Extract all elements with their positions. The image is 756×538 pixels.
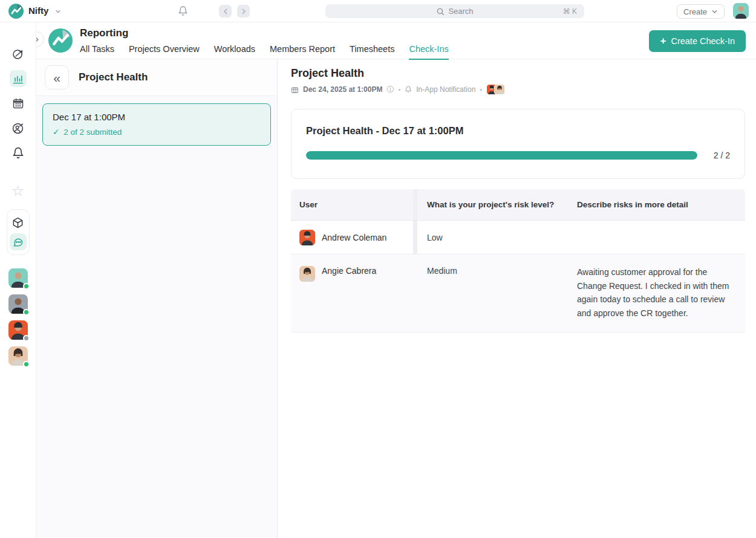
search-icon	[436, 7, 445, 16]
search-shortcut-hint: ⌘ K	[563, 7, 577, 16]
check-icon: ✓	[53, 127, 59, 137]
submission-progress: 2 / 2	[306, 151, 730, 160]
notifications-bell-icon[interactable]	[178, 5, 188, 16]
create-check-in-button[interactable]: + Create Check-In	[649, 30, 746, 52]
check-in-list-panel: « Project Health Dec 17 at 1:00PM ✓ 2 of…	[36, 59, 278, 538]
check-in-name-title: Project Health	[79, 71, 148, 83]
reporting-header: Reporting All Tasks Projects Overview Wo…	[36, 22, 756, 59]
online-status-dot	[23, 283, 30, 290]
schedule-datetime: Dec 24, 2025 at 1:00PM	[303, 85, 382, 94]
table-header-row: User What is your project's risk level? …	[291, 189, 745, 221]
tab-workloads[interactable]: Workloads	[214, 44, 255, 60]
row-detail-answer: Awaiting customer approval for the Chang…	[577, 265, 735, 320]
table-row[interactable]: Andrew Coleman Low	[291, 221, 745, 254]
create-chevron-down-icon	[711, 8, 718, 15]
row-risk-answer: Medium	[427, 266, 457, 276]
sidebar-item-my-tasks[interactable]	[10, 120, 27, 137]
bullet-separator: •	[398, 86, 400, 93]
member-avatar-2[interactable]	[8, 294, 28, 314]
notification-channel: In-App Notification	[416, 85, 475, 94]
progress-fill	[306, 151, 697, 160]
participant-avatars[interactable]	[486, 84, 505, 95]
project-cube-icon[interactable]	[10, 214, 27, 231]
progress-track	[306, 151, 697, 160]
member-avatar-3[interactable]	[8, 320, 28, 340]
row-user-name: Andrew Coleman	[322, 233, 386, 242]
row-risk-answer: Low	[427, 233, 443, 242]
quick-launch-icon[interactable]	[10, 45, 27, 62]
reporting-logo-icon	[48, 28, 73, 53]
double-chevron-left-icon: «	[53, 71, 60, 84]
page-title: Reporting	[80, 27, 128, 39]
detail-meta-row: Dec 24, 2025 at 1:00PM ⓘ • In-App Notifi…	[291, 84, 745, 95]
check-in-date: Dec 17 at 1:00PM	[53, 112, 261, 122]
progress-count: 2 / 2	[697, 151, 730, 160]
table-row[interactable]: Angie Cabrera Medium Awaiting customer a…	[291, 254, 745, 332]
tab-check-ins[interactable]: Check-Ins	[409, 44, 448, 60]
sidebar-item-calendar[interactable]	[10, 95, 27, 112]
bullet-separator: •	[480, 86, 482, 93]
search-placeholder: Search	[448, 7, 473, 16]
favorites-star-icon[interactable]: ☆	[11, 184, 25, 198]
online-status-dot	[23, 309, 30, 316]
user-avatar[interactable]	[733, 3, 749, 19]
check-in-list-header: « Project Health	[36, 59, 277, 96]
history-forward-button[interactable]	[237, 5, 250, 18]
participant-avatar-angie	[494, 84, 505, 95]
row-avatar-andrew	[299, 230, 315, 245]
search-input[interactable]: Search ⌘ K	[325, 4, 584, 18]
row-user-name: Angie Cabrera	[322, 266, 376, 276]
check-in-summary-card: Project Health - Dec 17 at 1:00PM 2 / 2	[291, 109, 745, 179]
app-sidebar: ☆	[0, 22, 36, 538]
create-button[interactable]: Create	[677, 4, 725, 19]
top-bar: Nifty Search ⌘ K Create	[0, 0, 756, 22]
summary-title: Project Health - Dec 17 at 1:00PM	[306, 125, 730, 137]
frozen-column-divider	[413, 189, 417, 220]
row-avatar-angie	[299, 266, 315, 282]
reporting-tabs: All Tasks Projects Overview Workloads Me…	[80, 44, 449, 60]
collapse-panel-button[interactable]: «	[45, 65, 69, 89]
tab-timesheets[interactable]: Timesheets	[350, 44, 394, 60]
notification-bell-icon	[405, 86, 412, 93]
member-avatar-4[interactable]	[8, 346, 28, 366]
history-back-button[interactable]	[219, 5, 232, 18]
info-icon[interactable]: ⓘ	[386, 85, 394, 95]
column-header-detail: Describe risks in more detail	[567, 189, 745, 220]
check-in-submission-status: ✓ 2 of 2 submitted	[53, 127, 261, 137]
detail-title: Project Health	[291, 67, 745, 80]
project-chat-icon[interactable]	[10, 233, 27, 250]
check-in-detail-panel: Project Health Dec 24, 2025 at 1:00PM ⓘ …	[278, 59, 756, 538]
sidebar-item-reporting[interactable]	[10, 70, 27, 87]
tab-all-tasks[interactable]: All Tasks	[80, 44, 114, 60]
workspace-chevron-down-icon[interactable]	[54, 8, 62, 15]
tab-projects-overview[interactable]: Projects Overview	[129, 44, 200, 60]
check-in-list-item-selected[interactable]: Dec 17 at 1:00PM ✓ 2 of 2 submitted	[42, 103, 271, 146]
project-shortcut-group	[7, 209, 30, 255]
calendar-icon	[291, 86, 299, 94]
member-avatar-1[interactable]	[8, 268, 28, 288]
offline-status-dot	[23, 335, 30, 342]
plus-icon: +	[660, 35, 666, 47]
column-header-risk: What is your project's risk level?	[417, 189, 567, 220]
workspace-name[interactable]: Nifty	[28, 5, 48, 16]
frozen-column-divider	[413, 221, 417, 254]
nifty-logo-icon[interactable]	[8, 4, 24, 19]
column-header-user: User	[291, 189, 413, 220]
sidebar-item-notifications[interactable]	[10, 144, 27, 161]
tab-members-report[interactable]: Members Report	[270, 44, 335, 60]
responses-table: User What is your project's risk level? …	[291, 189, 745, 332]
online-status-dot	[23, 361, 30, 368]
